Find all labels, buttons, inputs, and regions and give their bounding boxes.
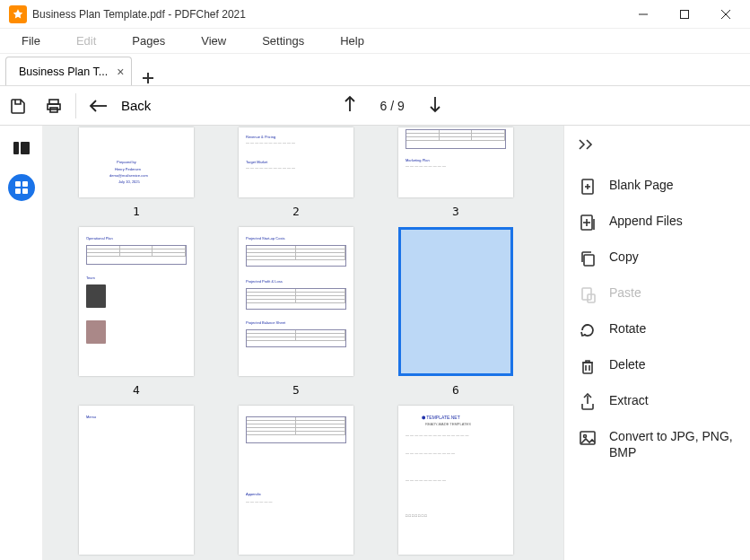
paste-label: Paste	[609, 285, 641, 302]
page-number: 1	[133, 205, 140, 218]
copy-button[interactable]: Copy	[575, 241, 739, 276]
append-files-button[interactable]: Append Files	[575, 205, 739, 241]
rotate-button[interactable]: Rotate	[575, 312, 739, 348]
paste-button: Paste	[575, 276, 739, 312]
page-thumbnail[interactable]: Marketing Plan — — — — — — — — — 3	[398, 127, 513, 218]
convert-button[interactable]: Convert to JPG, PNG, BMP	[575, 420, 739, 469]
svg-rect-16	[15, 188, 21, 194]
page-thumbnail[interactable]: Appendix — — — — — — 8	[239, 406, 353, 560]
page-thumbnail[interactable]: Operational Plan Team 4	[79, 227, 194, 397]
titlebar: Business Plan Template.pdf - PDFChef 202…	[0, 0, 750, 29]
rotate-label: Rotate	[609, 321, 646, 337]
page-number: 5	[292, 383, 300, 397]
right-panel: Blank Page Append Files Copy Paste Rotat…	[563, 126, 750, 560]
svg-rect-25	[584, 255, 594, 266]
page-indicator: 6 / 9	[380, 99, 405, 113]
copy-label: Copy	[609, 249, 639, 266]
menu-file[interactable]: File	[22, 34, 40, 48]
thumbnails-view-icon[interactable]	[8, 174, 35, 201]
tab-label: Business Plan T...	[19, 66, 108, 78]
svg-rect-1	[681, 10, 689, 18]
window-controls	[623, 0, 746, 29]
window-title: Business Plan Template.pdf - PDFChef 202…	[32, 8, 623, 21]
next-page-button[interactable]	[428, 95, 442, 116]
svg-rect-28	[583, 363, 592, 373]
svg-rect-7	[48, 104, 60, 109]
toolbar-divider	[75, 93, 76, 118]
page-thumbnail[interactable]: Revenue & Pricing — — — — — — — — — — — …	[239, 127, 353, 218]
print-button[interactable]	[36, 86, 72, 126]
panels-icon[interactable]	[8, 135, 35, 162]
menu-help[interactable]: Help	[340, 34, 364, 48]
close-tab-icon[interactable]: ×	[117, 65, 124, 79]
delete-button[interactable]: Delete	[575, 348, 739, 384]
left-sidebar	[0, 126, 43, 560]
page-thumbnail[interactable]: Projected Start-up Costs Projected Profi…	[239, 227, 353, 397]
app-icon	[9, 5, 27, 23]
close-button[interactable]	[705, 0, 746, 29]
collapse-panel-button[interactable]	[575, 138, 739, 154]
blank-page-label: Blank Page	[609, 178, 674, 194]
svg-rect-15	[22, 181, 28, 187]
extract-button[interactable]: Extract	[575, 384, 739, 420]
page-thumbnail[interactable]: Memo 7	[79, 406, 194, 560]
page-thumbnail[interactable]: Prepared by Henry Pedersen demo@mailserv…	[79, 127, 194, 218]
back-button[interactable]: Back	[80, 98, 160, 113]
page-number: 2	[292, 205, 300, 218]
svg-rect-14	[15, 181, 21, 187]
tabbar: Business Plan T... ×	[0, 54, 750, 86]
document-tab[interactable]: Business Plan T... ×	[5, 57, 132, 85]
menu-edit[interactable]: Edit	[76, 34, 96, 48]
page-thumbnail-selected[interactable]: 6	[398, 227, 513, 397]
workspace: Prepared by Henry Pedersen demo@mailserv…	[0, 126, 750, 560]
convert-label: Convert to JPG, PNG, BMP	[609, 429, 739, 460]
menu-settings[interactable]: Settings	[262, 34, 304, 48]
menubar: File Edit Pages View Settings Help	[0, 29, 750, 54]
page-thumbnail[interactable]: ⬢ TEMPLATE.NET READY-MADE TEMPLATES — — …	[398, 406, 513, 560]
svg-rect-13	[21, 142, 30, 154]
page-number: 4	[133, 383, 140, 397]
thumbnails-area[interactable]: Prepared by Henry Pedersen demo@mailserv…	[43, 126, 563, 560]
svg-point-32	[584, 435, 587, 438]
toolbar: Back 6 / 9	[0, 86, 750, 126]
page-number: 3	[452, 205, 459, 218]
back-label: Back	[121, 98, 151, 113]
save-button[interactable]	[0, 86, 36, 126]
minimize-button[interactable]	[623, 0, 664, 29]
extract-label: Extract	[609, 393, 649, 409]
prev-page-button[interactable]	[343, 95, 357, 116]
blank-page-button[interactable]: Blank Page	[575, 169, 739, 205]
page-number: 6	[452, 383, 459, 397]
new-tab-button[interactable]	[132, 71, 164, 85]
append-files-label: Append Files	[609, 214, 683, 230]
delete-label: Delete	[609, 357, 645, 373]
maximize-button[interactable]	[664, 0, 705, 29]
page-nav: 6 / 9	[343, 95, 442, 116]
menu-pages[interactable]: Pages	[132, 34, 165, 48]
svg-rect-12	[13, 142, 19, 154]
menu-view[interactable]: View	[201, 34, 226, 48]
svg-rect-17	[22, 188, 28, 194]
